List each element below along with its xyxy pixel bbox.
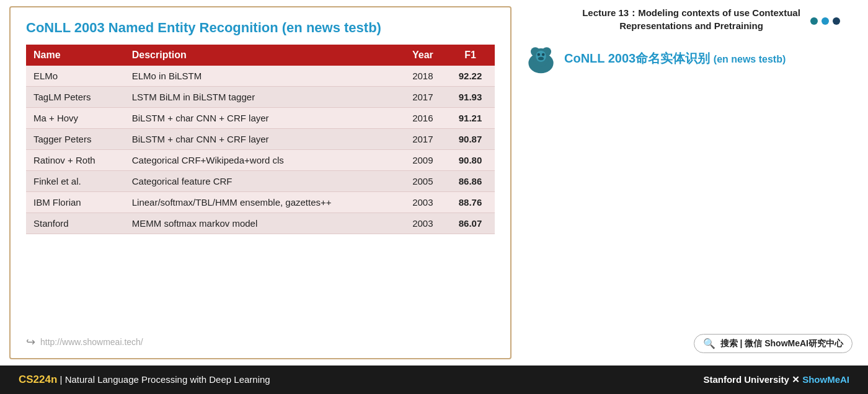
- main-content: CoNLL 2003 Named Entity Recognition (en …: [0, 0, 868, 366]
- footer-left: CS224n | Natural Language Processing wit…: [19, 374, 270, 386]
- svg-point-6: [542, 53, 545, 56]
- link-text: http://www.showmeai.tech/: [40, 337, 143, 347]
- lecture-title: Lecture 13：Modeling contexts of use Cont…: [524, 6, 859, 32]
- search-icon: 🔍: [703, 338, 715, 349]
- table-row: Finkel et al. Categorical feature CRF 20…: [26, 171, 495, 192]
- conll-title-zh: CoNLL 2003命名实体识别 (en news testb): [564, 51, 786, 65]
- cell-name: Ma + Hovy: [26, 108, 125, 129]
- table-row: IBM Florian Linear/softmax/TBL/HMM ensem…: [26, 192, 495, 213]
- footer-separator: |: [60, 374, 65, 385]
- conll-title-main: CoNLL 2003命名实体识别: [564, 51, 710, 65]
- cell-year: 2003: [400, 192, 446, 213]
- cell-description: ELMo in BiLSTM: [125, 66, 400, 87]
- footer-left-text: Natural Language Processing with Deep Le…: [65, 374, 270, 385]
- cell-name: Ratinov + Roth: [26, 150, 125, 171]
- cell-year: 2017: [400, 129, 446, 150]
- footer-x: ✕: [792, 374, 802, 385]
- cell-description: LSTM BiLM in BiLSTM tagger: [125, 87, 400, 108]
- footer-right: Stanford University ✕ ShowMeAI: [703, 374, 849, 385]
- cell-f1: 91.21: [446, 108, 495, 129]
- cell-year: 2003: [400, 213, 446, 234]
- table-row: Tagger Peters BiLSTM + char CNN + CRF la…: [26, 129, 495, 150]
- footer-brand: ShowMeAI: [802, 374, 849, 385]
- col-year: Year: [400, 45, 446, 66]
- svg-point-7: [538, 57, 544, 61]
- dot: [822, 17, 829, 25]
- cell-description: Categorical feature CRF: [125, 171, 400, 192]
- cell-name: Finkel et al.: [26, 171, 125, 192]
- cell-description: BiLSTM + char CNN + CRF layer: [125, 108, 400, 129]
- col-f1: F1: [446, 45, 495, 66]
- cell-year: 2017: [400, 87, 446, 108]
- cell-name: Stanford: [26, 213, 125, 234]
- cell-description: Linear/softmax/TBL/HMM ensemble, gazette…: [125, 192, 400, 213]
- cell-year: 2016: [400, 108, 446, 129]
- footer: CS224n | Natural Language Processing wit…: [0, 366, 868, 394]
- footer-cs-bold: CS224n: [19, 374, 57, 385]
- bear-icon: [524, 42, 558, 76]
- link-icon: ↪: [26, 335, 35, 349]
- cell-year: 2018: [400, 66, 446, 87]
- cell-description: BiLSTM + char CNN + CRF layer: [125, 129, 400, 150]
- cell-name: TagLM Peters: [26, 87, 125, 108]
- cell-name: Tagger Peters: [26, 129, 125, 150]
- cell-f1: 92.22: [446, 66, 495, 87]
- table-row: Ratinov + Roth Categorical CRF+Wikipeda+…: [26, 150, 495, 171]
- lecture-line2: Representations and Pretraining: [619, 20, 763, 31]
- table-header-row: Name Description Year F1: [26, 45, 495, 66]
- lecture-line1: Lecture 13：Modeling contexts of use Cont…: [582, 7, 800, 18]
- right-panel-inner: Lecture 13：Modeling contexts of use Cont…: [524, 6, 859, 88]
- cell-f1: 91.93: [446, 87, 495, 108]
- cell-f1: 90.87: [446, 129, 495, 150]
- table-title: CoNLL 2003 Named Entity Recognition (en …: [26, 20, 495, 36]
- cell-f1: 86.86: [446, 171, 495, 192]
- cell-description: MEMM softmax markov model: [125, 213, 400, 234]
- cell-f1: 86.07: [446, 213, 495, 234]
- col-description: Description: [125, 45, 400, 66]
- cell-f1: 88.76: [446, 192, 495, 213]
- table-row: Ma + Hovy BiLSTM + char CNN + CRF layer …: [26, 108, 495, 129]
- table-row: ELMo ELMo in BiLSTM 2018 92.22: [26, 66, 495, 87]
- right-logo-row: CoNLL 2003命名实体识别 (en news testb): [524, 42, 859, 76]
- cell-name: ELMo: [26, 66, 125, 87]
- dot: [833, 17, 840, 25]
- right-search-area: 🔍 搜索 | 微信 ShowMeAI研究中心: [524, 334, 859, 359]
- left-panel: CoNLL 2003 Named Entity Recognition (en …: [9, 6, 512, 359]
- cell-name: IBM Florian: [26, 192, 125, 213]
- search-label: 搜索 | 微信 ShowMeAI研究中心: [720, 338, 843, 349]
- svg-point-5: [538, 53, 541, 56]
- dots-row: [810, 17, 840, 25]
- dot: [810, 17, 818, 25]
- col-name: Name: [26, 45, 125, 66]
- footer-university: Stanford University: [703, 374, 789, 385]
- conll-title-container: CoNLL 2003命名实体识别 (en news testb): [564, 50, 786, 67]
- table-row: TagLM Peters LSTM BiLM in BiLSTM tagger …: [26, 87, 495, 108]
- cell-year: 2005: [400, 171, 446, 192]
- data-table: Name Description Year F1 ELMo ELMo in Bi…: [26, 45, 495, 234]
- conll-subtitle: (en news testb): [714, 54, 786, 64]
- cell-year: 2009: [400, 150, 446, 171]
- bottom-link: ↪ http://www.showmeai.tech/: [26, 335, 495, 349]
- cell-f1: 90.80: [446, 150, 495, 171]
- right-panel: Lecture 13：Modeling contexts of use Cont…: [518, 0, 868, 366]
- search-box[interactable]: 🔍 搜索 | 微信 ShowMeAI研究中心: [694, 334, 852, 353]
- cell-description: Categorical CRF+Wikipeda+word cls: [125, 150, 400, 171]
- table-row: Stanford MEMM softmax markov model 2003 …: [26, 213, 495, 234]
